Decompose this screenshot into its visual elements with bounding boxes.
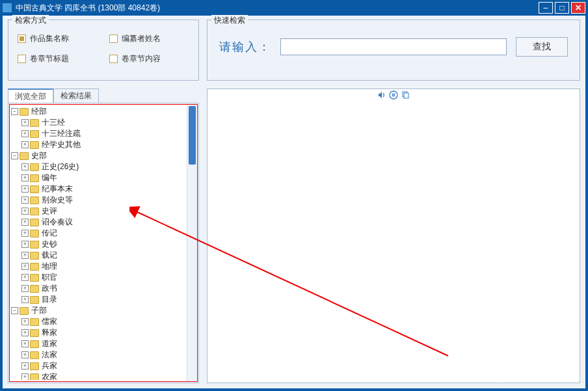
expander-icon[interactable]: + bbox=[21, 163, 29, 170]
tree-item[interactable]: +政书 bbox=[11, 283, 197, 294]
tree-item-label: 传记 bbox=[42, 228, 57, 239]
expander-icon[interactable]: + bbox=[21, 274, 29, 281]
expander-icon[interactable]: + bbox=[21, 141, 29, 148]
tree-item[interactable]: +经学史其他 bbox=[11, 139, 197, 150]
folder-icon bbox=[30, 241, 39, 249]
expander-icon[interactable]: + bbox=[21, 219, 29, 226]
checkbox-icon bbox=[18, 55, 26, 63]
expander-icon[interactable]: + bbox=[21, 329, 29, 336]
folder-icon bbox=[30, 351, 39, 359]
tree-item-label: 史钞 bbox=[42, 239, 57, 250]
expander-icon[interactable]: + bbox=[21, 373, 29, 380]
content-panel bbox=[207, 88, 580, 383]
tree-item[interactable]: +十三经注疏 bbox=[11, 128, 197, 139]
folder-icon bbox=[30, 219, 39, 226]
scrollbar-thumb[interactable] bbox=[189, 106, 196, 165]
expander-icon[interactable]: + bbox=[21, 130, 29, 137]
tree-view[interactable]: −经部+十三经+十三经注疏+经学史其他−史部+正史(26史)+编年+纪事本末+别… bbox=[11, 106, 197, 380]
expander-icon[interactable]: + bbox=[21, 285, 29, 292]
tree-item-label: 儒家 bbox=[42, 316, 57, 327]
tree-item-label: 十三经 bbox=[42, 117, 65, 128]
tree-item[interactable]: +释家 bbox=[11, 327, 197, 338]
tree-root-node[interactable]: −经部 bbox=[11, 106, 197, 117]
tree-item-label: 纪事本末 bbox=[42, 183, 73, 195]
folder-icon bbox=[30, 119, 39, 127]
option-label: 卷章节内容 bbox=[122, 53, 161, 64]
tree-item[interactable]: +史评 bbox=[11, 206, 197, 217]
search-input[interactable] bbox=[280, 38, 507, 55]
maximize-button[interactable]: □ bbox=[555, 2, 569, 14]
tree-item[interactable]: +儒家 bbox=[11, 316, 197, 327]
folder-icon bbox=[30, 252, 39, 260]
folder-icon bbox=[20, 307, 29, 315]
option-chapter-content[interactable]: 卷章节内容 bbox=[109, 53, 189, 64]
tree-item-label: 释家 bbox=[42, 327, 57, 338]
tree-item[interactable]: +农家 bbox=[11, 371, 197, 380]
tree-item[interactable]: +兵家 bbox=[11, 360, 197, 371]
tree-item[interactable]: +道家 bbox=[11, 338, 197, 349]
tree-item[interactable]: +传记 bbox=[11, 228, 197, 239]
search-button[interactable]: 查找 bbox=[516, 37, 568, 57]
tree-root-node[interactable]: −史部 bbox=[11, 150, 197, 161]
tree-item-label: 载记 bbox=[42, 250, 57, 261]
expander-icon[interactable]: − bbox=[11, 307, 18, 314]
folder-icon bbox=[30, 318, 39, 326]
expander-icon[interactable]: + bbox=[21, 252, 29, 259]
tree-item[interactable]: +地理 bbox=[11, 261, 197, 272]
expander-icon[interactable]: + bbox=[21, 296, 29, 303]
quick-search-legend: 快速检索 bbox=[211, 15, 248, 26]
expander-icon[interactable]: + bbox=[21, 185, 29, 193]
tree-item[interactable]: +纪事本末 bbox=[11, 183, 197, 195]
watermark-sub: www.xitongzhijia.net bbox=[516, 375, 581, 382]
tree-item[interactable]: +诏令奏议 bbox=[11, 217, 197, 228]
tree-item[interactable]: +职官 bbox=[11, 272, 197, 283]
tree-item[interactable]: +法家 bbox=[11, 349, 197, 360]
tab-results[interactable]: 检索结果 bbox=[53, 88, 99, 103]
minimize-button[interactable]: ‒ bbox=[539, 2, 553, 14]
tree-item-label: 十三经注疏 bbox=[42, 128, 81, 139]
tree-root-node[interactable]: −子部 bbox=[11, 305, 197, 316]
tree-item[interactable]: +别杂史等 bbox=[11, 195, 197, 206]
tree-item-label: 目录 bbox=[42, 294, 57, 305]
expander-icon[interactable]: − bbox=[11, 108, 18, 115]
folder-icon bbox=[30, 163, 39, 171]
expander-icon[interactable]: + bbox=[21, 362, 29, 370]
folder-icon bbox=[30, 340, 39, 348]
tree-scrollbar[interactable] bbox=[187, 105, 197, 381]
option-compiler-name[interactable]: 编纂者姓名 bbox=[109, 33, 189, 44]
tree-item[interactable]: +史钞 bbox=[11, 239, 197, 250]
option-chapter-title[interactable]: 卷章节标题 bbox=[18, 53, 98, 64]
expander-icon[interactable]: + bbox=[21, 340, 29, 347]
tree-item-label: 史部 bbox=[31, 150, 47, 161]
tree-item[interactable]: +正史(26史) bbox=[11, 161, 197, 172]
expander-icon[interactable]: + bbox=[21, 351, 29, 358]
folder-icon bbox=[30, 362, 39, 370]
tree-item-label: 职官 bbox=[42, 272, 57, 283]
folder-icon bbox=[30, 141, 39, 149]
expander-icon[interactable]: + bbox=[21, 230, 29, 237]
tree-item[interactable]: +十三经 bbox=[11, 117, 197, 128]
pause-icon[interactable] bbox=[389, 90, 398, 100]
folder-icon bbox=[30, 230, 39, 237]
copy-icon[interactable] bbox=[401, 90, 410, 100]
tab-browse-all[interactable]: 浏览全部 bbox=[8, 88, 53, 103]
tree-item[interactable]: +载记 bbox=[11, 250, 197, 261]
tree-item-label: 史评 bbox=[42, 206, 57, 217]
expander-icon[interactable]: + bbox=[21, 119, 29, 126]
search-hint-label: 请输入： bbox=[219, 39, 271, 55]
tree-item[interactable]: +编年 bbox=[11, 172, 197, 183]
svg-rect-4 bbox=[404, 93, 408, 98]
expander-icon[interactable]: + bbox=[21, 318, 29, 325]
expander-icon[interactable]: + bbox=[21, 208, 29, 215]
expander-icon[interactable]: + bbox=[21, 263, 29, 270]
tree-item[interactable]: +目录 bbox=[11, 294, 197, 305]
option-work-title[interactable]: 作品集名称 bbox=[18, 33, 98, 44]
expander-icon[interactable]: − bbox=[11, 152, 18, 159]
expander-icon[interactable]: + bbox=[21, 241, 29, 248]
tree-item-label: 农家 bbox=[42, 371, 57, 380]
close-button[interactable]: ✕ bbox=[571, 2, 585, 14]
expander-icon[interactable]: + bbox=[21, 196, 29, 204]
expander-icon[interactable]: + bbox=[21, 174, 29, 182]
svg-rect-2 bbox=[394, 94, 395, 97]
sound-icon[interactable] bbox=[377, 90, 386, 100]
